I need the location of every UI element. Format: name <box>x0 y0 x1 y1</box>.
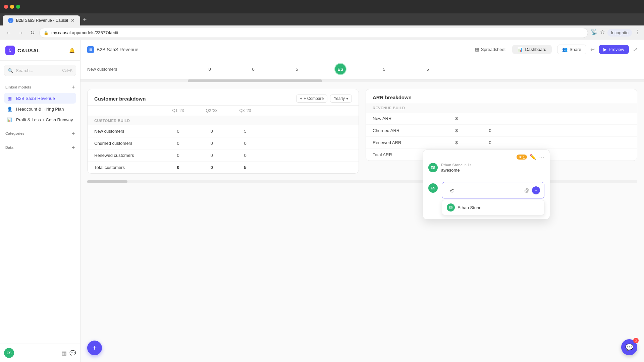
data-header: Data + <box>4 143 76 152</box>
add-fab-button[interactable]: + <box>87 341 102 355</box>
sidebar-item-headcount[interactable]: 👤 Headcount & Hiring Plan <box>4 104 76 114</box>
notification-icon[interactable]: 🔔 <box>69 48 75 53</box>
add-linked-model-button[interactable]: + <box>72 84 75 90</box>
row-label-new-customers: New customers <box>94 129 161 134</box>
tab-title: B2B SaaS Revenue - Causal <box>16 18 68 23</box>
window-controls[interactable] <box>4 5 20 9</box>
comment-popup-header: ★ 1 ✏️ ⋯ <box>423 150 550 163</box>
col-label-empty <box>94 108 161 113</box>
chart-icon: 📊 <box>7 117 13 123</box>
table-row: New customers 0 0 5 <box>88 125 359 137</box>
col-q3: Q3 '23 <box>228 108 262 113</box>
expand-icon[interactable]: ⤢ <box>633 46 637 53</box>
sheet-cell-2: 0 <box>231 67 275 72</box>
comment-reply-area: ES @ → ES Ethan Stone <box>423 179 550 219</box>
tab-favicon: C <box>8 18 13 23</box>
comment-input[interactable] <box>446 185 522 195</box>
user-avatar[interactable]: ES <box>4 348 14 358</box>
app-container: C CAUSAL 🔔 🔍 Search... Ctrl+K Linked mod… <box>0 40 644 362</box>
col-q1: Q1 '23 <box>161 108 195 113</box>
row-val-renewed-q2: 0 <box>195 153 228 158</box>
sidebar-item-b2b-saas[interactable]: ▦ B2B SaaS Revenue <box>4 93 76 104</box>
spreadsheet-icon[interactable]: ▦ <box>62 350 67 356</box>
table-row: Total customers 0 0 5 <box>88 162 359 173</box>
customer-build-header: CUSTOMER BUILD <box>88 116 359 125</box>
arr-prefix-new: $ <box>440 116 473 121</box>
top-bar: ▦ B2B SaaS Revenue ▦ Spreadsheet 📊 Dashb… <box>80 40 644 59</box>
at-icon[interactable]: @ <box>524 187 529 193</box>
arr-row-churned: Churned ARR $ 0 <box>366 125 637 137</box>
bookmark-icon[interactable]: ☆ <box>600 29 605 37</box>
share-icon: 👥 <box>562 47 568 52</box>
sidebar-item-pnl[interactable]: 📊 Profit & Loss + Cash Runway <box>4 114 76 125</box>
chat-button[interactable]: 💬 3 <box>621 339 637 355</box>
comment-actions: ★ 1 ✏️ ⋯ <box>517 154 544 160</box>
more-options-button[interactable]: ⋯ <box>539 154 544 160</box>
reply-avatar: ES <box>428 183 438 193</box>
comments-icon[interactable]: 💬 <box>69 350 76 356</box>
arr-label-new: New ARR <box>373 116 440 121</box>
add-category-button[interactable]: + <box>72 130 75 136</box>
tab-close-button[interactable]: ✕ <box>71 18 75 23</box>
arr-row-new: New ARR $ <box>366 113 637 125</box>
row-val-new-q3: 5 <box>228 129 262 134</box>
sidebar-header: C CAUSAL 🔔 <box>0 40 80 61</box>
mention-dropdown: ES Ethan Stone <box>442 200 544 215</box>
tab-dashboard[interactable]: 📊 Dashboard <box>512 45 552 54</box>
sidebar-footer: ES ▦ 💬 <box>0 344 80 362</box>
yearly-button[interactable]: Yearly ▾ <box>330 95 352 103</box>
forward-button[interactable]: → <box>16 28 25 37</box>
active-tab[interactable]: C B2B SaaS Revenue - Causal ✕ <box>3 15 80 25</box>
row-val-churned-q3: 0 <box>228 141 262 146</box>
search-shortcut: Ctrl+K <box>62 68 72 72</box>
panel-title-arr: ARR breakdown <box>373 95 412 100</box>
commenter-name: Ethan Stone <box>441 163 463 167</box>
arr-prefix-renewed: $ <box>440 140 473 145</box>
scrollbar-thumb-bottom[interactable] <box>87 180 127 183</box>
plus-icon: + <box>300 96 302 101</box>
address-bar[interactable]: 🔒 my.causal.app/models/235774/edit <box>39 28 588 38</box>
horizontal-scrollbar-bottom-left[interactable] <box>87 180 637 183</box>
linked-models-section: Linked models + ▦ B2B SaaS Revenue 👤 Hea… <box>0 80 80 126</box>
minimize-button[interactable] <box>10 5 14 9</box>
share-button[interactable]: 👥 Share <box>557 45 586 54</box>
sheet-top-row: New customers 0 0 5 ES 5 5 <box>80 59 644 79</box>
col-q2: Q2 '23 <box>195 108 228 113</box>
spreadsheet-tab-icon: ▦ <box>475 47 479 52</box>
main-content: ▦ B2B SaaS Revenue ▦ Spreadsheet 📊 Dashb… <box>80 40 644 362</box>
sidebar-footer-icons: ▦ 💬 <box>62 350 76 356</box>
refresh-button[interactable]: ↻ <box>28 28 37 37</box>
arr-label-renewed: Renewed ARR <box>373 140 440 145</box>
history-icon[interactable]: ↩ <box>590 46 595 53</box>
arr-val-churned: 0 <box>473 128 507 133</box>
spreadsheet-tab-label: Spreadsheet <box>481 47 506 52</box>
edit-comment-button[interactable]: ✏️ <box>530 154 536 160</box>
panel-header-arr: ARR breakdown <box>366 89 637 103</box>
send-button[interactable]: → <box>532 186 540 194</box>
row-val-churned-q2: 0 <box>195 141 228 146</box>
maximize-button[interactable] <box>16 5 20 9</box>
new-tab-button[interactable]: + <box>80 14 90 25</box>
scrollbar-thumb-top[interactable] <box>188 79 322 82</box>
row-val-new-q2: 0 <box>195 129 228 134</box>
mention-item-ethan[interactable]: ES Ethan Stone <box>443 201 543 214</box>
close-button[interactable] <box>4 5 8 9</box>
menu-icon[interactable]: ⋮ <box>635 29 640 37</box>
comment-input-container[interactable]: @ → <box>442 182 544 198</box>
compare-button[interactable]: + + Compare <box>296 95 327 103</box>
cast-icon[interactable]: 📡 <box>591 29 597 37</box>
horizontal-scrollbar-top[interactable] <box>80 79 644 82</box>
commenter-avatar: ES <box>428 163 438 172</box>
user-avatar-cell[interactable]: ES <box>334 63 346 75</box>
search-bar[interactable]: 🔍 Search... Ctrl+K <box>4 65 76 76</box>
profile-icon[interactable]: Incognito <box>607 29 632 37</box>
chevron-down-icon: ▾ <box>346 96 348 101</box>
panel-header-customer: Customer breakdown + + Compare Yearly ▾ <box>88 89 359 106</box>
panels-row: Customer breakdown + + Compare Yearly ▾ <box>80 82 644 180</box>
back-button[interactable]: ← <box>4 28 13 37</box>
sidebar-item-label: Profit & Loss + Cash Runway <box>16 117 73 122</box>
tab-spreadsheet[interactable]: ▦ Spreadsheet <box>470 45 511 54</box>
add-data-button[interactable]: + <box>72 144 75 150</box>
sheet-cell-3: 5 <box>275 67 319 72</box>
preview-button[interactable]: ▶ Preview <box>599 45 629 54</box>
